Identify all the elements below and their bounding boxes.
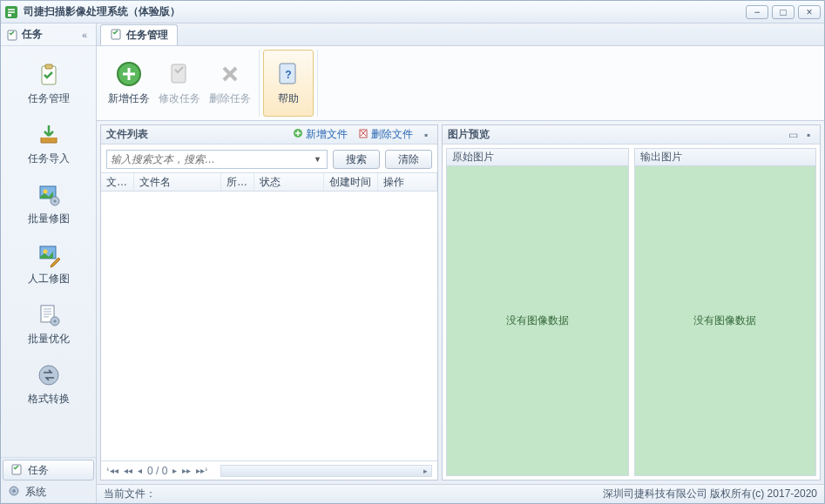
pager-status: 0 / 0 xyxy=(147,465,167,477)
panel-title: 文件列表 xyxy=(106,127,286,142)
maximize-button[interactable]: □ xyxy=(772,5,795,19)
maximize-icon: □ xyxy=(780,6,786,18)
remove-file-button[interactable]: 删除文件 xyxy=(355,127,416,142)
preview-original: 原始图片 没有图像数据 xyxy=(446,148,629,476)
sidebar-header: 任务 « xyxy=(1,24,96,46)
sidebar-item-manual-edit[interactable]: 人工修图 xyxy=(1,235,96,295)
h-scrollbar[interactable]: ◂ ▸ xyxy=(220,465,432,477)
clipboard-icon xyxy=(110,28,122,43)
preview-output: 输出图片 没有图像数据 xyxy=(634,148,817,476)
ribbon-label: 新增任务 xyxy=(108,91,150,106)
sidebar-footer-label: 任务 xyxy=(28,463,49,478)
clear-label: 清除 xyxy=(398,152,419,167)
grid-body xyxy=(101,192,437,460)
col-action[interactable]: 操作 xyxy=(378,173,437,191)
pager-next[interactable]: ▸▸ xyxy=(182,466,191,475)
svg-point-8 xyxy=(53,200,56,203)
remove-file-label: 删除文件 xyxy=(371,127,413,142)
task-icon xyxy=(10,463,23,478)
sidebar-item-label: 格式转换 xyxy=(28,392,70,407)
search-box[interactable]: ▼ xyxy=(106,150,328,169)
ribbon-label: 删除任务 xyxy=(209,91,251,106)
search-label: 搜索 xyxy=(346,152,367,167)
pin-icon[interactable]: ▪ xyxy=(802,129,815,141)
close-icon: × xyxy=(806,6,812,18)
popout-icon[interactable]: ▭ xyxy=(787,129,799,141)
sidebar-item-batch-edit[interactable]: 批量修图 xyxy=(1,175,96,235)
preview-original-body: 没有图像数据 xyxy=(447,166,628,475)
svg-rect-1 xyxy=(8,14,11,17)
help-button[interactable]: ? 帮助 xyxy=(263,50,314,117)
add-file-label: 新增文件 xyxy=(306,127,348,142)
scroll-right-icon[interactable]: ▸ xyxy=(419,466,431,476)
sidebar-item-label: 任务导入 xyxy=(28,151,70,166)
col-file[interactable]: 文… xyxy=(101,173,134,191)
empty-text: 没有图像数据 xyxy=(506,313,569,328)
pager-fwd[interactable]: ▸ xyxy=(172,466,177,475)
pager-first[interactable]: ꜜ◂◂ xyxy=(106,466,118,475)
delete-task-button[interactable]: 删除任务 xyxy=(205,50,255,117)
col-created[interactable]: 创建时间 xyxy=(324,173,378,191)
statusbar: 当前文件： 深圳司捷科技有限公司 版权所有(c) 2017-2020 xyxy=(97,484,824,503)
scroll-thumb[interactable] xyxy=(221,466,431,476)
help-icon: ? xyxy=(274,60,302,88)
gear-icon xyxy=(8,485,20,500)
minimize-icon: − xyxy=(754,6,760,18)
optimize-icon xyxy=(34,302,64,328)
sidebar-footer-label: 系统 xyxy=(25,485,46,500)
import-icon xyxy=(34,122,64,148)
clipboard-check-icon xyxy=(34,62,64,88)
sidebar-item-format-convert[interactable]: 格式转换 xyxy=(1,355,96,415)
sidebar-collapse-button[interactable]: « xyxy=(78,29,91,41)
empty-text: 没有图像数据 xyxy=(693,313,756,328)
close-button[interactable]: × xyxy=(798,5,821,19)
tab-label: 任务管理 xyxy=(126,28,168,43)
plus-circle-icon xyxy=(115,60,143,88)
minimize-button[interactable]: − xyxy=(746,5,768,19)
app-title: 司捷扫描影像处理系统（体验版） xyxy=(24,4,746,19)
delete-icon xyxy=(216,60,244,88)
preview-output-title: 输出图片 xyxy=(635,149,816,166)
titlebar: 司捷扫描影像处理系统（体验版） − □ × xyxy=(1,1,824,24)
pager: ꜜ◂◂ ◂◂ ◂ 0 / 0 ▸ ▸▸ ▸▸ꜜ ◂ xyxy=(101,460,437,480)
col-owner[interactable]: 所… xyxy=(221,173,254,191)
tab-task-manage[interactable]: 任务管理 xyxy=(100,24,178,45)
grid-header: 文… 文件名 所… 状态 创建时间 操作 xyxy=(101,172,437,192)
pager-last[interactable]: ▸▸ꜜ xyxy=(196,466,208,475)
svg-rect-20 xyxy=(172,64,186,83)
status-copyright: 深圳司捷科技有限公司 版权所有(c) 2017-2020 xyxy=(603,487,817,501)
manual-edit-icon xyxy=(34,242,64,268)
file-list-panel: 文件列表 新增文件 删除文件 ▪ xyxy=(100,124,438,480)
add-file-button[interactable]: 新增文件 xyxy=(289,127,351,142)
new-task-button[interactable]: 新增任务 xyxy=(104,50,154,117)
dropdown-icon[interactable]: ▼ xyxy=(312,155,323,164)
svg-point-17 xyxy=(12,489,16,493)
sidebar-item-label: 人工修图 xyxy=(28,272,70,286)
search-input[interactable] xyxy=(111,153,312,165)
svg-text:?: ? xyxy=(285,69,291,81)
svg-rect-2 xyxy=(8,30,17,40)
convert-icon xyxy=(34,362,64,388)
pager-back[interactable]: ◂ xyxy=(138,466,142,475)
sidebar-item-task-import[interactable]: 任务导入 xyxy=(1,115,96,175)
remove-icon xyxy=(358,128,369,141)
sidebar-footer-system[interactable]: 系统 xyxy=(1,482,96,503)
sidebar-item-task-manage[interactable]: 任务管理 xyxy=(1,55,96,115)
col-status[interactable]: 状态 xyxy=(254,173,324,191)
preview-output-body: 没有图像数据 xyxy=(635,166,816,475)
tabstrip: 任务管理 xyxy=(97,24,824,46)
batch-edit-icon xyxy=(34,182,64,208)
clear-button[interactable]: 清除 xyxy=(385,150,432,169)
pin-icon[interactable]: ▪ xyxy=(420,129,432,141)
sidebar-title: 任务 xyxy=(22,27,78,42)
edit-task-button[interactable]: 修改任务 xyxy=(154,50,205,117)
search-button[interactable]: 搜索 xyxy=(333,150,380,169)
pager-prev[interactable]: ◂◂ xyxy=(124,466,132,475)
col-name[interactable]: 文件名 xyxy=(134,173,221,191)
edit-icon xyxy=(166,60,193,88)
sidebar-item-label: 任务管理 xyxy=(28,91,70,106)
sidebar-footer-tasks[interactable]: 任务 xyxy=(3,460,94,480)
sidebar-item-batch-optimize[interactable]: 批量优化 xyxy=(1,295,96,355)
task-icon xyxy=(6,29,18,41)
ribbon-label: 帮助 xyxy=(278,91,299,106)
